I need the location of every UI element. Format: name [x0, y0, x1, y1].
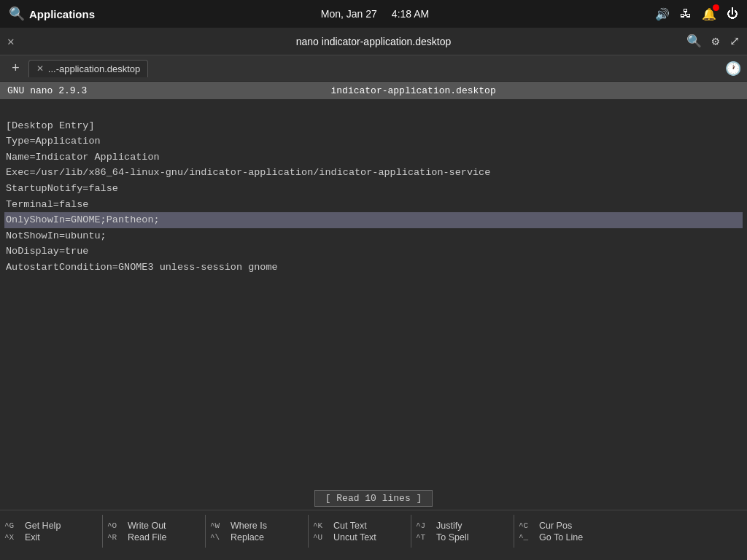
shortcut-label: Justify: [436, 521, 462, 531]
power-icon[interactable]: ⏻: [727, 7, 738, 20]
shortcut-item[interactable]: ^XExit: [4, 532, 98, 542]
editor-line: NoDisplay=true: [4, 244, 743, 260]
shortcut-label: Read File: [128, 532, 167, 542]
shortcut-label: To Spell: [436, 532, 468, 542]
nano-version: GNU nano 2.9.3: [7, 85, 87, 96]
shortcut-item[interactable]: ^TTo Spell: [416, 532, 509, 542]
status-message-wrap: [ Read 10 lines ]: [0, 486, 747, 510]
shortcut-item[interactable]: ^KCut Text: [313, 521, 406, 531]
shortcut-key: ^U: [313, 533, 330, 542]
editor-line: Type=Application: [4, 133, 743, 149]
shortcut-group: ^JJustify^TTo Spell: [411, 512, 514, 551]
network-icon[interactable]: 🖧: [680, 7, 692, 20]
title-search-icon[interactable]: 🔍: [686, 34, 702, 49]
shortcut-label: Cur Pos: [539, 521, 572, 531]
shortcut-item[interactable]: ^\Replace: [210, 532, 303, 542]
shortcut-key: ^G: [4, 521, 22, 530]
notification-badge[interactable]: 🔔: [702, 7, 716, 21]
shortcut-label: Get Help: [25, 521, 61, 531]
search-icon[interactable]: 🔍: [9, 6, 25, 22]
shortcut-label: Where Is: [231, 521, 267, 531]
shortcut-item[interactable]: ^OWrite Out: [107, 521, 201, 531]
shortcut-key: ^J: [416, 521, 433, 530]
shortcut-label: Write Out: [128, 521, 166, 531]
shortcut-item[interactable]: ^UUncut Text: [313, 532, 406, 542]
editor-content[interactable]: [Desktop Entry]Type=ApplicationName=Indi…: [0, 99, 747, 486]
notification-dot: [713, 4, 719, 11]
shortcut-item[interactable]: ^RRead File: [107, 532, 201, 542]
shortcut-key: ^_: [519, 533, 536, 542]
editor-line: AutostartCondition=GNOME3 unless-session…: [4, 260, 743, 276]
shortcut-group: ^CCur Pos^_Go To Line: [514, 512, 616, 551]
editor-line: NotShowIn=ubuntu;: [4, 228, 743, 244]
nano-filename: indicator-application.desktop: [330, 85, 495, 96]
shortcut-item[interactable]: ^JJustify: [416, 521, 509, 531]
shortcut-group: ^KCut Text^UUncut Text: [309, 512, 411, 551]
close-button[interactable]: ✕: [7, 34, 15, 49]
shortcut-group: ^OWrite Out^RRead File: [103, 512, 205, 551]
terminal-titlebar: ✕ nano indicator-application.desktop 🔍 ⚙…: [0, 28, 747, 55]
shortcut-key: ^K: [313, 521, 330, 530]
title-maximize-icon[interactable]: ⤢: [729, 34, 740, 49]
editor-line: [4, 102, 743, 118]
topbar-right: 🔊 🖧 🔔 ⏻: [655, 7, 738, 21]
tab-label: ...-application.desktop: [48, 63, 140, 74]
editor-line: Name=Indicator Application: [4, 149, 743, 166]
tab-bar: + ✕ ...-application.desktop 🕐: [0, 55, 747, 82]
tab-application-desktop[interactable]: ✕ ...-application.desktop: [28, 60, 148, 77]
shortcut-item[interactable]: ^WWhere Is: [210, 521, 303, 531]
time-label: 4:18 AM: [392, 8, 429, 20]
shortcut-group: ^WWhere Is^\Replace: [206, 512, 308, 551]
shortcut-key: ^O: [107, 521, 125, 530]
date-label: Mon, Jan 27: [321, 8, 377, 20]
editor-line: StartupNotify=false: [4, 181, 743, 197]
shortcut-label: Uncut Text: [333, 532, 376, 542]
tab-close-icon[interactable]: ✕: [36, 63, 44, 74]
status-message: [ Read 10 lines ]: [314, 490, 433, 507]
system-topbar: 🔍 Applications Mon, Jan 27 4:18 AM 🔊 🖧 🔔…: [0, 0, 747, 28]
topbar-datetime: Mon, Jan 27 4:18 AM: [321, 8, 429, 20]
shortcut-label: Replace: [231, 532, 264, 542]
shortcut-key: ^R: [107, 533, 125, 542]
nano-statusbar: GNU nano 2.9.3 indicator-application.des…: [0, 82, 747, 99]
applications-label[interactable]: Applications: [29, 8, 95, 20]
editor-line: Exec=/usr/lib/x86_64-linux-gnu/indicator…: [4, 165, 743, 181]
titlebar-left: ✕: [7, 34, 20, 49]
shortcut-bar: ^GGet Help^XExit^OWrite Out^RRead File^W…: [0, 510, 747, 552]
shortcut-item[interactable]: ^GGet Help: [4, 521, 98, 531]
new-tab-button[interactable]: +: [6, 58, 26, 79]
shortcut-key: ^\: [210, 533, 228, 542]
shortcut-label: Cut Text: [333, 521, 367, 531]
titlebar-right: 🔍 ⚙ ⤢: [686, 34, 740, 49]
shortcut-key: ^X: [4, 533, 22, 542]
shortcut-group: ^GGet Help^XExit: [0, 512, 102, 551]
editor-line: [Desktop Entry]: [4, 118, 743, 134]
tab-history-icon[interactable]: 🕐: [725, 61, 741, 77]
shortcut-key: ^T: [416, 533, 433, 542]
shortcut-item[interactable]: ^_Go To Line: [519, 532, 612, 542]
editor-line: Terminal=false: [4, 197, 743, 213]
title-settings-icon[interactable]: ⚙: [712, 34, 719, 49]
shortcut-label: Go To Line: [539, 532, 583, 542]
volume-icon[interactable]: 🔊: [655, 7, 670, 21]
window-title: nano indicator-application.desktop: [296, 36, 451, 47]
shortcut-item[interactable]: ^CCur Pos: [519, 521, 612, 531]
topbar-left: 🔍 Applications: [9, 6, 95, 22]
shortcut-label: Exit: [25, 532, 40, 542]
shortcut-key: ^W: [210, 521, 228, 530]
shortcut-key: ^C: [519, 521, 536, 530]
editor-line: OnlyShowIn=GNOME;Pantheon;: [4, 212, 743, 228]
